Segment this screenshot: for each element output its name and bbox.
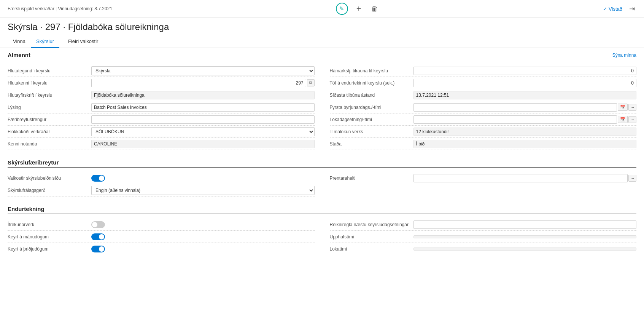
input-tof[interactable]	[413, 79, 637, 87]
section-endurtekning-title: Endurtekning	[8, 206, 45, 212]
label-stada: Staða	[330, 141, 413, 147]
field-tof: Töf á endurtekinni keyrslu (sek.)	[330, 77, 637, 89]
general-right-col: Hámarksfj. tilrauna til keyrslu Töf á en…	[330, 65, 637, 150]
input-reikniregla[interactable]	[413, 220, 637, 229]
skyrslu-form-grid: Valkostir skýrslubeiðnisíðu Skýrslufrála…	[8, 172, 636, 196]
tab-vinna[interactable]: Vinna	[8, 35, 31, 48]
input-prentaraheiti[interactable]	[413, 174, 628, 182]
fyrsta-calendar-btn[interactable]: 📅	[618, 104, 628, 111]
value-hlutakenni: ⧉	[91, 79, 315, 87]
value-skyrslulag: Engin (aðeins vinnsla)	[91, 186, 315, 195]
section-general-title: Almennt	[8, 52, 30, 58]
label-skyrslulag: Skýrslufrálagsgerð	[8, 188, 91, 193]
delete-button[interactable]: 🗑	[370, 3, 380, 14]
show-less-button[interactable]: Sýna minna	[612, 53, 636, 58]
field-hlutategund: Hlutategund í keyrslu Skýrsla	[8, 65, 315, 77]
label-itrekunarverk: Ítrekunarverk	[8, 222, 91, 227]
page-title-area: Skýrsla · 297 · Fjöldabóka sölureikninga	[0, 18, 644, 32]
edit-button[interactable]: ✎	[336, 3, 348, 15]
label-hlutayfirskrift: Hlutayfirskrift í keyrslu	[8, 93, 91, 98]
field-kenni: Kenni notanda CAROLINE	[8, 138, 315, 150]
readonly-upphafstimi	[413, 235, 637, 238]
loka-more-btn[interactable]: ···	[628, 116, 636, 123]
label-hlutategund: Hlutategund í keyrslu	[8, 68, 91, 73]
toggle-manadogum-slider	[91, 233, 105, 240]
section-skyrslu-header: Skýrslufæribreytur	[8, 159, 636, 168]
tab-fleiri[interactable]: Fleiri valkostir	[63, 35, 103, 48]
hlutakenni-lookup-btn[interactable]: ⧉	[307, 79, 315, 86]
label-kenni: Kenni notanda	[8, 141, 91, 147]
section-skyrslu-title: Skýrslufæribreytur	[8, 159, 59, 166]
breadcrumb: Færsluspjald verkraðar | Vinnudagsetning…	[8, 6, 112, 11]
label-lysing: Lýsing	[8, 105, 91, 110]
readonly-sidasta: 13.7.2021 12:51	[413, 91, 637, 99]
readonly-kenni: CAROLINE	[91, 140, 315, 148]
toggle-bridudogum[interactable]	[91, 246, 105, 252]
value-lokadagsetning: 📅 ···	[413, 115, 637, 124]
value-itrekunarverk	[91, 221, 315, 228]
section-general: Almennt Sýna minna Hlutategund í keyrslu…	[8, 52, 636, 150]
endurtekning-form-grid: Ítrekunarverk Keyrt á mánudögum	[8, 219, 636, 255]
section-general-header: Almennt Sýna minna	[8, 52, 636, 60]
label-reikniregla: Reikniregla næstu keyrsludagsetningar	[330, 222, 413, 227]
skyrslu-left-col: Valkostir skýrslubeiðnisíðu Skýrslufrála…	[8, 172, 315, 196]
prentaraheiti-more-btn[interactable]: ···	[628, 175, 636, 182]
toggle-valkostir[interactable]	[91, 175, 105, 182]
label-tof: Töf á endurtekinni keyrslu (sek.)	[330, 80, 413, 86]
value-reikniregla	[413, 220, 637, 229]
value-prentaraheiti: ···	[413, 174, 637, 182]
field-itrekunarverk: Ítrekunarverk	[8, 219, 315, 231]
value-sidasta: 13.7.2021 12:51	[413, 91, 637, 99]
toggle-manadogum[interactable]	[91, 233, 105, 240]
value-manadogum	[91, 233, 315, 240]
toggle-itrekunarverk-slider	[91, 221, 105, 228]
field-faeribreytustrengur: Færibreytustrengur	[8, 113, 315, 126]
select-flokkakodi[interactable]: SÖLUBÓKUN	[91, 127, 315, 136]
input-fyrsta[interactable]	[413, 103, 617, 112]
endurtekning-left-col: Ítrekunarverk Keyrt á mánudögum	[8, 219, 315, 255]
general-form-grid: Hlutategund í keyrslu Skýrsla Hlutakenni…	[8, 65, 636, 150]
prentaraheiti-input-group: ···	[413, 174, 637, 182]
fyrsta-more-btn[interactable]: ···	[628, 104, 636, 111]
input-lokadagsetning[interactable]	[413, 115, 617, 124]
value-upphafstimi	[413, 235, 637, 238]
main-content: Almennt Sýna minna Hlutategund í keyrslu…	[0, 48, 644, 272]
add-button[interactable]: +	[355, 2, 363, 15]
skyrslu-right-col: Prentaraheiti ···	[330, 172, 637, 196]
label-lokadagsetning: Lokadagsetning/-tími	[330, 117, 413, 122]
value-kenni: CAROLINE	[91, 140, 315, 148]
field-lokadagsetning: Lokadagsetning/-tími 📅 ···	[330, 113, 637, 126]
value-lysing	[91, 103, 315, 112]
section-endurtekning: Endurtekning Ítrekunarverk Keyrt á mánud…	[8, 206, 636, 255]
field-timalokun: Tímalokun verks 12 klukkustundir	[330, 126, 637, 138]
readonly-stada: Í bið	[413, 140, 637, 148]
toggle-valkostir-slider	[91, 175, 105, 182]
field-fyrsta: Fyrsta byrjunardags./-tími 📅 ···	[330, 101, 637, 113]
field-valkostir: Valkostir skýrslubeiðnisíðu	[8, 172, 315, 184]
lokadagsetning-input-group: 📅 ···	[413, 115, 637, 124]
toggle-bridudogum-slider	[91, 246, 105, 252]
input-faeribreytustrengur[interactable]	[91, 115, 315, 124]
toggle-itrekunarverk[interactable]	[91, 221, 105, 228]
select-hlutategund[interactable]: Skýrsla	[91, 66, 315, 75]
label-flokkakodi: Flokkakóði verkraðar	[8, 129, 91, 134]
input-hamarksfj[interactable]	[413, 67, 637, 75]
field-prentaraheiti: Prentaraheiti ···	[330, 172, 637, 184]
select-skyrslulag[interactable]: Engin (aðeins vinnsla)	[91, 186, 315, 195]
loka-calendar-btn[interactable]: 📅	[618, 116, 628, 123]
input-hlutakenni[interactable]	[91, 79, 306, 87]
readonly-lokatimi	[413, 248, 637, 251]
label-fyrsta: Fyrsta byrjunardags./-tími	[330, 105, 413, 110]
section-endurtekning-header: Endurtekning	[8, 206, 636, 214]
top-bar: Færsluspjald verkraðar | Vinnudagsetning…	[0, 0, 644, 18]
close-button[interactable]: ⇥	[628, 3, 636, 14]
label-upphafstimi: Upphafstími	[330, 234, 413, 240]
endurtekning-right-col: Reikniregla næstu keyrsludagsetningar Up…	[330, 219, 637, 255]
field-bridudogum: Keyrt á þriðjudögum	[8, 243, 315, 255]
field-sidasta: Síðasta tilbúna ástand 13.7.2021 12:51	[330, 89, 637, 101]
value-faeribreytustrengur	[91, 115, 315, 124]
value-stada: Í bið	[413, 140, 637, 148]
input-lysing[interactable]	[91, 103, 315, 112]
value-timalokun: 12 klukkustundir	[413, 128, 637, 136]
tab-skyrsur[interactable]: Skýrslur	[31, 35, 59, 48]
